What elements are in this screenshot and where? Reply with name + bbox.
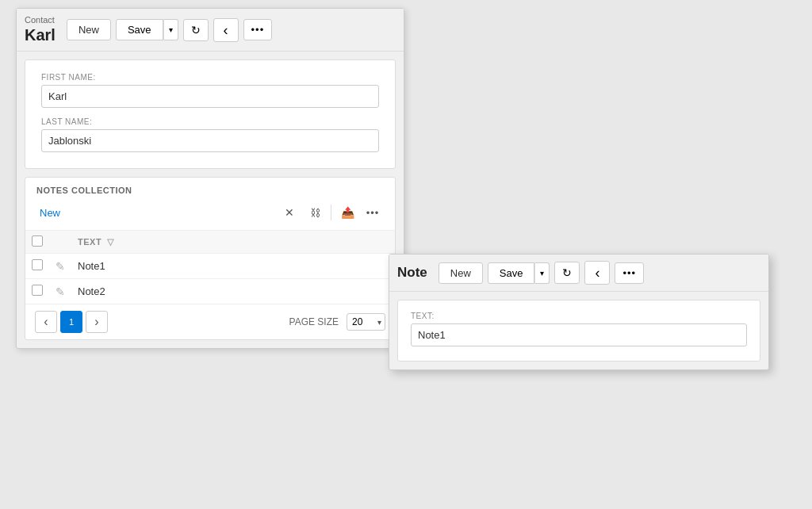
note-more-button[interactable]: ••• xyxy=(615,262,644,284)
notes-table-header-row: TEXT ▽ xyxy=(25,231,395,254)
select-all-checkbox[interactable] xyxy=(32,235,43,247)
edit-pencil-icon: ✎ xyxy=(56,285,65,298)
chevron-left-icon: ‹ xyxy=(224,23,228,37)
first-name-input[interactable] xyxy=(41,85,379,108)
notes-more-icon: ••• xyxy=(366,207,380,219)
row1-edit-cell[interactable]: ✎ xyxy=(49,254,71,279)
note-title-main: Note xyxy=(397,265,427,281)
chevron-right-icon: › xyxy=(94,315,98,329)
contact-content: FIRST NAME: LAST NAME: NOTES COLLECTION … xyxy=(17,52,404,348)
contact-toolbar: Contact Karl New Save ▾ ↻ ‹ ••• xyxy=(17,9,404,52)
next-page-button[interactable]: › xyxy=(86,311,108,333)
table-row: ✎ Note1 xyxy=(25,254,395,279)
more-icon: ••• xyxy=(251,24,265,36)
select-all-header xyxy=(25,231,49,254)
dropdown-icon: ▾ xyxy=(169,25,173,34)
notes-link-button[interactable]: ⛓ xyxy=(304,201,326,224)
note-form-card: TEXT: xyxy=(397,300,760,362)
row1-checkbox-cell xyxy=(25,254,49,279)
page-size-wrapper: 5 10 20 50 100 xyxy=(347,313,385,331)
note-text-label: TEXT: xyxy=(411,312,747,320)
contact-save-split: Save ▾ xyxy=(116,19,178,40)
contact-karl-window: Contact Karl New Save ▾ ↻ ‹ ••• FIRST NA… xyxy=(16,8,404,349)
notes-more-button[interactable]: ••• xyxy=(362,201,384,224)
note-text-input[interactable] xyxy=(411,323,747,346)
notes-toolbar: New ✕ ⛓ 📤 ••• xyxy=(36,201,384,224)
note-window: Note New Save ▾ ↻ ‹ ••• TEXT: xyxy=(389,254,769,370)
text-column-header: TEXT ▽ xyxy=(71,231,395,254)
note-toolbar: Note New Save ▾ ↻ ‹ ••• xyxy=(389,254,768,292)
table-row: ✎ Note2 xyxy=(25,279,395,304)
notes-new-button[interactable]: New xyxy=(36,205,63,220)
contact-back-button[interactable]: ‹ xyxy=(213,18,239,42)
link-icon: ⛓ xyxy=(310,207,320,219)
notes-table-body: ✎ Note1 ✎ Note2 xyxy=(25,254,395,304)
note-save-dropdown-button[interactable]: ▾ xyxy=(534,262,550,284)
refresh-icon: ↻ xyxy=(191,24,201,36)
contact-new-button[interactable]: New xyxy=(67,19,111,40)
notes-collection-card: NOTES COLLECTION New ✕ ⛓ 📤 •• xyxy=(25,177,396,340)
contact-title-main: Karl xyxy=(25,25,56,44)
edit-header xyxy=(49,231,71,254)
prev-page-button[interactable]: ‹ xyxy=(35,311,57,333)
contact-save-dropdown-button[interactable]: ▾ xyxy=(163,19,178,40)
notes-close-button[interactable]: ✕ xyxy=(278,201,301,224)
contact-title-block: Contact Karl xyxy=(25,15,56,44)
note-new-button[interactable]: New xyxy=(439,262,483,284)
contact-form-card: FIRST NAME: LAST NAME: xyxy=(25,59,396,169)
page-size-label: PAGE SIZE xyxy=(289,316,339,327)
contact-title-sub: Contact xyxy=(25,15,56,25)
dropdown-icon: ▾ xyxy=(540,269,544,277)
row2-edit-cell[interactable]: ✎ xyxy=(49,279,71,304)
chevron-left-icon: ‹ xyxy=(595,266,599,280)
upload-icon: 📤 xyxy=(341,206,354,219)
toolbar-separator xyxy=(331,205,331,220)
notes-table: TEXT ▽ ✎ Note1 xyxy=(25,231,395,304)
row2-checkbox[interactable] xyxy=(32,285,43,296)
last-name-label: LAST NAME: xyxy=(41,117,379,126)
last-name-input[interactable] xyxy=(41,129,379,152)
row1-text-cell: Note1 xyxy=(71,254,395,279)
page-size-select[interactable]: 5 10 20 50 100 xyxy=(347,313,385,331)
contact-more-button[interactable]: ••• xyxy=(243,19,273,40)
chevron-left-icon: ‹ xyxy=(44,315,48,329)
note-back-button[interactable]: ‹ xyxy=(584,261,610,285)
note-save-split: Save ▾ xyxy=(488,262,550,284)
notes-pagination: ‹ 1 › PAGE SIZE 5 10 20 50 100 xyxy=(25,304,395,339)
note-save-button[interactable]: Save xyxy=(488,262,535,284)
page-1-button[interactable]: 1 xyxy=(60,311,82,333)
refresh-icon: ↻ xyxy=(562,266,572,279)
note-more-icon: ••• xyxy=(622,267,636,279)
note-refresh-button[interactable]: ↻ xyxy=(554,262,580,284)
note-title-block: Note xyxy=(397,265,427,281)
first-name-label: FIRST NAME: xyxy=(41,73,379,82)
notes-section-title: NOTES COLLECTION xyxy=(36,186,384,195)
close-icon: ✕ xyxy=(285,206,294,219)
row1-checkbox[interactable] xyxy=(32,259,43,270)
text-filter-icon[interactable]: ▽ xyxy=(107,237,114,247)
row2-checkbox-cell xyxy=(25,279,49,304)
notes-header: NOTES COLLECTION New ✕ ⛓ 📤 •• xyxy=(25,178,395,231)
edit-pencil-icon: ✎ xyxy=(56,260,65,273)
contact-refresh-button[interactable]: ↻ xyxy=(183,19,209,41)
contact-save-button[interactable]: Save xyxy=(116,19,163,40)
row2-text-cell: Note2 xyxy=(71,279,395,304)
notes-upload-button[interactable]: 📤 xyxy=(336,201,358,224)
